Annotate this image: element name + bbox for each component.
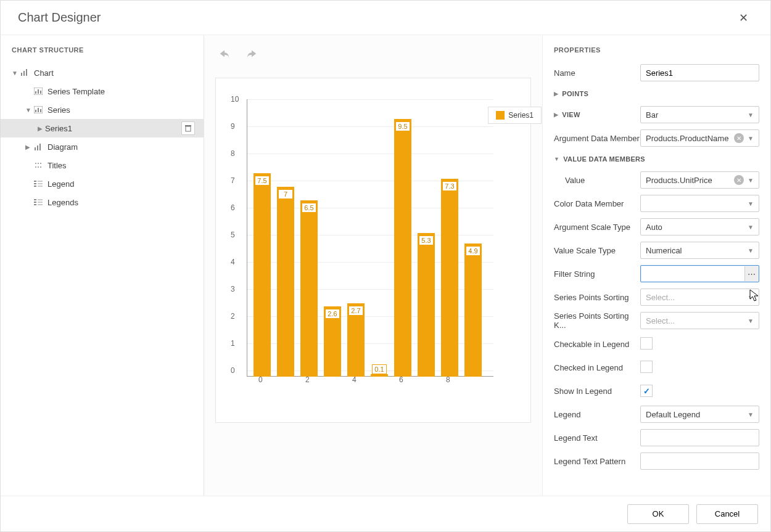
value-label: Value [554,176,640,185]
tree-node-series[interactable]: ▼ Series [1,100,204,119]
svg-rect-15 [39,144,41,150]
chevron-down-icon: ▼ [748,112,754,118]
bar-value-label: 7.5 [255,176,270,186]
sortkey-select[interactable]: Select...▼ [640,312,759,329]
checkable-checkbox[interactable] [640,337,653,350]
svg-rect-0 [21,73,22,76]
tree-label: Series1 [45,124,72,133]
arg-member-select[interactable]: Products.ProductName✕▼ [640,129,759,147]
filter-input[interactable] [640,265,759,282]
svg-rect-25 [38,183,43,184]
svg-rect-9 [38,108,39,112]
x-tick-label: 0 [258,375,263,384]
y-tick-label: 3 [231,285,235,293]
view-section[interactable]: ▶VIEW [554,111,640,118]
legend-select[interactable]: Default Legend▼ [640,406,759,423]
plot-area: 0123456789107.5076.522.62.740.19.565.37.… [247,99,493,377]
chevron-down-icon: ▼ [748,411,754,418]
delete-button[interactable] [181,121,195,135]
bar-value-label: 2.7 [348,306,363,316]
legendpat-input[interactable] [640,452,759,470]
svg-rect-10 [40,109,41,112]
showlegend-checkbox[interactable]: ✓ [640,385,653,397]
bar [277,187,294,377]
points-section[interactable]: ▶POINTS [554,84,759,103]
y-tick-label: 6 [231,203,235,212]
chevron-down-icon: ▼ [748,247,754,254]
clear-icon[interactable]: ✕ [734,133,744,143]
chevron-down-icon: ▼ [748,294,754,301]
legendtext-label: Legend Text [554,433,640,443]
tree-label: Chart [34,68,54,78]
legend-label-prop: Legend [554,410,640,419]
chevron-down-icon: ▼ [554,156,559,162]
view-select[interactable]: Bar▼ [640,106,759,123]
bar [464,243,482,377]
svg-point-18 [40,163,41,164]
ellipsis-button[interactable]: ⋯ [744,266,758,281]
template-icon [33,88,44,95]
svg-point-17 [38,163,39,164]
tree-label: Series Template [47,87,105,96]
chevron-right-icon: ▶ [554,112,558,118]
chevron-right-icon: ▶ [25,144,33,150]
y-tick-label: 2 [231,312,235,321]
checked-checkbox[interactable] [640,361,653,373]
bar-value-label: 0.1 [372,364,387,374]
chevron-down-icon: ▼ [748,135,754,142]
svg-point-19 [35,166,36,168]
svg-rect-12 [185,125,191,126]
tree-node-chart[interactable]: ▼ Chart [1,63,204,82]
tree-node-series1[interactable]: ▶ Series1 [1,119,204,137]
chevron-down-icon: ▼ [25,107,33,113]
name-label: Name [554,68,640,78]
x-tick-label: 8 [446,375,450,384]
legendtext-input[interactable] [640,429,759,446]
chart-designer-window: Chart Designer ✕ CHART STRUCTURE ▼ Chart… [0,0,771,532]
tree-node-titles[interactable]: Titles [1,156,204,174]
sort-select[interactable]: Select...▼ [640,289,759,306]
value-members-section[interactable]: ▼VALUE DATA MEMBERS [554,150,759,168]
bar-value-label: 9.5 [395,121,410,131]
y-tick-label: 5 [231,231,235,239]
tree-node-legends[interactable]: Legends [1,193,204,211]
bar [254,173,271,377]
svg-rect-14 [37,145,38,150]
clear-icon[interactable]: ✕ [734,175,744,185]
chevron-down-icon: ▼ [748,224,754,231]
svg-point-20 [38,166,39,168]
ok-button[interactable]: OK [627,504,689,524]
name-input[interactable] [640,64,759,81]
color-member-label: Color Data Member [554,199,640,208]
x-tick-label: 2 [305,375,310,384]
x-tick-label: 6 [399,375,403,384]
undo-button[interactable] [216,47,233,63]
redo-button[interactable] [244,47,260,63]
y-tick-label: 7 [231,176,235,185]
x-tick-label: 4 [352,375,357,384]
svg-point-16 [35,163,36,164]
tree-node-diagram[interactable]: ▶ Diagram [1,137,204,156]
cancel-button[interactable]: Cancel [696,504,758,524]
color-member-select[interactable]: ▼ [640,195,759,212]
legend-icon [33,180,44,187]
checked-label: Checked in Legend [554,363,640,372]
window-title: Chart Designer [18,10,734,25]
chart-structure-panel: CHART STRUCTURE ▼ Chart Series Template … [1,35,204,496]
filter-label: Filter String [554,269,640,279]
tree-node-legend[interactable]: Legend [1,174,204,193]
svg-rect-29 [38,199,43,200]
y-tick-label: 0 [231,366,235,375]
svg-rect-27 [38,186,43,187]
bar [441,179,458,377]
bar [371,374,388,377]
legends-icon [33,198,44,206]
svg-point-21 [40,166,41,168]
chevron-down-icon: ▼ [748,200,754,207]
value-select[interactable]: Products.UnitPrice✕▼ [640,171,759,189]
svg-rect-26 [34,186,36,187]
tree-node-series-template[interactable]: Series Template [1,82,204,100]
val-scale-select[interactable]: Numerical▼ [640,242,759,259]
close-icon[interactable]: ✕ [734,9,753,27]
arg-scale-select[interactable]: Auto▼ [640,218,759,235]
